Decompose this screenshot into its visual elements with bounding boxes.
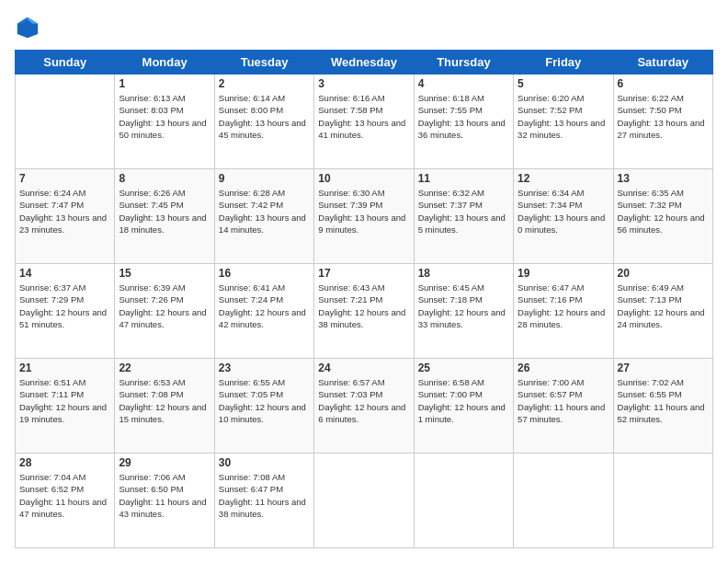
logo-icon bbox=[15, 15, 40, 40]
calendar-cell: 7Sunrise: 6:24 AMSunset: 7:47 PMDaylight… bbox=[16, 169, 115, 264]
day-number: 6 bbox=[618, 77, 709, 90]
header bbox=[15, 15, 713, 40]
cell-info: Sunrise: 6:49 AMSunset: 7:13 PMDaylight:… bbox=[618, 282, 705, 329]
calendar-cell: 12Sunrise: 6:34 AMSunset: 7:34 PMDayligh… bbox=[514, 169, 613, 264]
calendar-cell: 19Sunrise: 6:47 AMSunset: 7:16 PMDayligh… bbox=[514, 264, 613, 359]
day-number: 5 bbox=[518, 77, 609, 90]
day-number: 26 bbox=[518, 362, 609, 374]
calendar-cell: 14Sunrise: 6:37 AMSunset: 7:29 PMDayligh… bbox=[16, 264, 115, 359]
cell-info: Sunrise: 6:13 AMSunset: 8:03 PMDaylight:… bbox=[119, 93, 206, 140]
day-header-monday: Monday bbox=[115, 51, 214, 75]
calendar-cell bbox=[514, 454, 613, 548]
cell-info: Sunrise: 6:41 AMSunset: 7:24 PMDaylight:… bbox=[219, 282, 306, 329]
day-number: 27 bbox=[618, 362, 709, 374]
cell-info: Sunrise: 6:53 AMSunset: 7:08 PMDaylight:… bbox=[119, 377, 206, 424]
day-number: 29 bbox=[119, 456, 210, 469]
calendar-cell: 15Sunrise: 6:39 AMSunset: 7:26 PMDayligh… bbox=[115, 264, 214, 359]
calendar-cell: 9Sunrise: 6:28 AMSunset: 7:42 PMDaylight… bbox=[214, 169, 313, 264]
day-number: 23 bbox=[219, 362, 310, 374]
day-number: 3 bbox=[318, 77, 409, 90]
day-number: 1 bbox=[119, 77, 210, 90]
cell-info: Sunrise: 6:55 AMSunset: 7:05 PMDaylight:… bbox=[219, 377, 306, 424]
calendar-cell bbox=[414, 454, 513, 548]
calendar-cell: 5Sunrise: 6:20 AMSunset: 7:52 PMDaylight… bbox=[514, 75, 613, 169]
calendar-cell: 10Sunrise: 6:30 AMSunset: 7:39 PMDayligh… bbox=[314, 169, 414, 264]
day-number: 21 bbox=[19, 362, 110, 374]
cell-info: Sunrise: 6:16 AMSunset: 7:58 PMDaylight:… bbox=[318, 93, 405, 140]
calendar-header-row: SundayMondayTuesdayWednesdayThursdayFrid… bbox=[16, 51, 713, 75]
calendar-table: SundayMondayTuesdayWednesdayThursdayFrid… bbox=[15, 50, 713, 548]
calendar-cell: 29Sunrise: 7:06 AMSunset: 6:50 PMDayligh… bbox=[115, 454, 214, 548]
cell-info: Sunrise: 6:51 AMSunset: 7:11 PMDaylight:… bbox=[19, 377, 107, 424]
calendar-cell: 22Sunrise: 6:53 AMSunset: 7:08 PMDayligh… bbox=[115, 359, 214, 454]
cell-info: Sunrise: 6:45 AMSunset: 7:18 PMDaylight:… bbox=[418, 282, 506, 329]
cell-info: Sunrise: 6:37 AMSunset: 7:29 PMDaylight:… bbox=[19, 282, 107, 329]
day-number: 18 bbox=[418, 267, 509, 280]
calendar-cell: 21Sunrise: 6:51 AMSunset: 7:11 PMDayligh… bbox=[16, 359, 115, 454]
day-number: 19 bbox=[518, 267, 609, 280]
day-header-wednesday: Wednesday bbox=[314, 51, 414, 75]
page: SundayMondayTuesdayWednesdayThursdayFrid… bbox=[0, 0, 728, 563]
day-number: 7 bbox=[19, 172, 110, 185]
cell-info: Sunrise: 7:02 AMSunset: 6:55 PMDaylight:… bbox=[618, 377, 705, 424]
calendar-cell bbox=[613, 454, 712, 548]
day-number: 25 bbox=[418, 362, 509, 374]
cell-info: Sunrise: 6:43 AMSunset: 7:21 PMDaylight:… bbox=[318, 282, 405, 329]
day-number: 22 bbox=[119, 362, 210, 374]
cell-info: Sunrise: 6:30 AMSunset: 7:39 PMDaylight:… bbox=[318, 188, 405, 235]
day-header-tuesday: Tuesday bbox=[214, 51, 313, 75]
calendar-cell: 24Sunrise: 6:57 AMSunset: 7:03 PMDayligh… bbox=[314, 359, 414, 454]
calendar-cell: 20Sunrise: 6:49 AMSunset: 7:13 PMDayligh… bbox=[613, 264, 712, 359]
calendar-cell: 17Sunrise: 6:43 AMSunset: 7:21 PMDayligh… bbox=[314, 264, 414, 359]
day-header-friday: Friday bbox=[514, 51, 613, 75]
cell-info: Sunrise: 6:14 AMSunset: 8:00 PMDaylight:… bbox=[219, 93, 306, 140]
calendar-cell: 16Sunrise: 6:41 AMSunset: 7:24 PMDayligh… bbox=[214, 264, 313, 359]
cell-info: Sunrise: 6:47 AMSunset: 7:16 PMDaylight:… bbox=[518, 282, 605, 329]
day-number: 28 bbox=[19, 456, 110, 469]
day-number: 30 bbox=[219, 456, 310, 469]
day-number: 16 bbox=[219, 267, 310, 280]
cell-info: Sunrise: 6:22 AMSunset: 7:50 PMDaylight:… bbox=[618, 93, 705, 140]
day-number: 11 bbox=[418, 172, 509, 185]
day-number: 8 bbox=[119, 172, 210, 185]
calendar-cell bbox=[16, 75, 115, 169]
calendar-cell: 25Sunrise: 6:58 AMSunset: 7:00 PMDayligh… bbox=[414, 359, 513, 454]
day-header-saturday: Saturday bbox=[613, 51, 712, 75]
cell-info: Sunrise: 6:39 AMSunset: 7:26 PMDaylight:… bbox=[119, 282, 206, 329]
calendar-cell: 30Sunrise: 7:08 AMSunset: 6:47 PMDayligh… bbox=[214, 454, 313, 548]
day-number: 12 bbox=[518, 172, 609, 185]
calendar-cell: 6Sunrise: 6:22 AMSunset: 7:50 PMDaylight… bbox=[613, 75, 712, 169]
calendar-week-1: 1Sunrise: 6:13 AMSunset: 8:03 PMDaylight… bbox=[16, 75, 713, 169]
logo bbox=[15, 15, 44, 40]
day-header-thursday: Thursday bbox=[414, 51, 513, 75]
day-number: 9 bbox=[219, 172, 310, 185]
cell-info: Sunrise: 6:58 AMSunset: 7:00 PMDaylight:… bbox=[418, 377, 506, 424]
cell-info: Sunrise: 7:00 AMSunset: 6:57 PMDaylight:… bbox=[518, 377, 605, 424]
day-number: 20 bbox=[618, 267, 709, 280]
calendar-week-2: 7Sunrise: 6:24 AMSunset: 7:47 PMDaylight… bbox=[16, 169, 713, 264]
day-number: 4 bbox=[418, 77, 509, 90]
calendar-cell: 13Sunrise: 6:35 AMSunset: 7:32 PMDayligh… bbox=[613, 169, 712, 264]
calendar-cell: 28Sunrise: 7:04 AMSunset: 6:52 PMDayligh… bbox=[16, 454, 115, 548]
cell-info: Sunrise: 7:06 AMSunset: 6:50 PMDaylight:… bbox=[119, 472, 206, 519]
cell-info: Sunrise: 6:28 AMSunset: 7:42 PMDaylight:… bbox=[219, 188, 306, 235]
calendar-cell: 1Sunrise: 6:13 AMSunset: 8:03 PMDaylight… bbox=[115, 75, 214, 169]
day-header-sunday: Sunday bbox=[16, 51, 115, 75]
cell-info: Sunrise: 7:08 AMSunset: 6:47 PMDaylight:… bbox=[219, 472, 306, 519]
day-number: 2 bbox=[219, 77, 310, 90]
calendar-week-3: 14Sunrise: 6:37 AMSunset: 7:29 PMDayligh… bbox=[16, 264, 713, 359]
calendar-cell: 4Sunrise: 6:18 AMSunset: 7:55 PMDaylight… bbox=[414, 75, 513, 169]
day-number: 15 bbox=[119, 267, 210, 280]
calendar-cell: 18Sunrise: 6:45 AMSunset: 7:18 PMDayligh… bbox=[414, 264, 513, 359]
calendar-cell: 3Sunrise: 6:16 AMSunset: 7:58 PMDaylight… bbox=[314, 75, 414, 169]
cell-info: Sunrise: 6:34 AMSunset: 7:34 PMDaylight:… bbox=[518, 188, 605, 235]
day-number: 14 bbox=[19, 267, 110, 280]
cell-info: Sunrise: 6:18 AMSunset: 7:55 PMDaylight:… bbox=[418, 93, 506, 140]
cell-info: Sunrise: 6:35 AMSunset: 7:32 PMDaylight:… bbox=[618, 188, 705, 235]
day-number: 24 bbox=[318, 362, 409, 374]
calendar-cell bbox=[314, 454, 414, 548]
cell-info: Sunrise: 6:32 AMSunset: 7:37 PMDaylight:… bbox=[418, 188, 506, 235]
cell-info: Sunrise: 6:26 AMSunset: 7:45 PMDaylight:… bbox=[119, 188, 206, 235]
calendar-week-4: 21Sunrise: 6:51 AMSunset: 7:11 PMDayligh… bbox=[16, 359, 713, 454]
cell-info: Sunrise: 6:20 AMSunset: 7:52 PMDaylight:… bbox=[518, 93, 605, 140]
